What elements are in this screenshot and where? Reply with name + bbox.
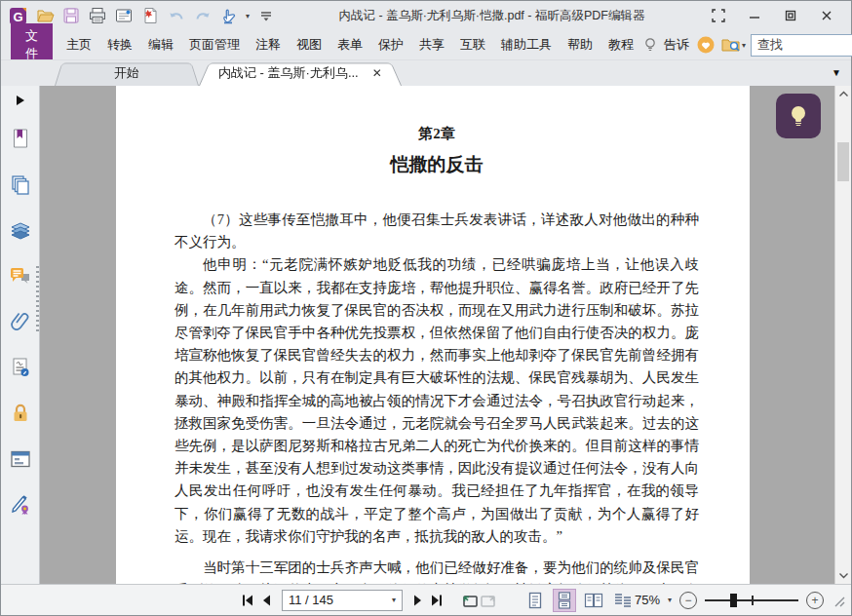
tab-start[interactable]: 开始 bbox=[55, 60, 199, 86]
attachments-panel-icon[interactable] bbox=[9, 310, 32, 333]
save-button[interactable] bbox=[61, 6, 81, 25]
find-search-box[interactable]: 查找 bbox=[751, 34, 852, 57]
menu-convert[interactable]: 转换 bbox=[99, 32, 140, 58]
main-area: 第2章 恺撒的反击 （7）这些事传至恺撒耳中，他便召集士兵发表讲话，详述敌人对他… bbox=[1, 86, 851, 584]
first-page-button[interactable] bbox=[238, 590, 257, 611]
next-page-button[interactable] bbox=[408, 590, 428, 611]
menu-connect[interactable]: 互联 bbox=[452, 32, 493, 58]
digital-signatures-panel-icon[interactable] bbox=[9, 356, 32, 379]
vertical-scrollbar[interactable] bbox=[834, 86, 851, 584]
document-tab-bar: 开始 内战记 - 盖乌斯·尤利乌... ✕ ▼ bbox=[1, 59, 851, 86]
menu-form[interactable]: 表单 bbox=[329, 32, 370, 58]
expand-panel-icon[interactable] bbox=[9, 94, 32, 107]
undo-button[interactable] bbox=[167, 6, 186, 25]
facing-view-button[interactable] bbox=[582, 589, 605, 612]
tab-list-dropdown-icon[interactable]: ▼ bbox=[832, 67, 841, 78]
menu-protect[interactable]: 保护 bbox=[370, 32, 411, 58]
menu-help[interactable]: 帮助 bbox=[560, 32, 600, 58]
zoom-controls: 75% ▾ − + bbox=[635, 592, 851, 609]
foxit-logo-icon: G bbox=[9, 6, 28, 25]
previous-view-button[interactable] bbox=[460, 590, 480, 611]
document-view[interactable]: 第2章 恺撒的反击 （7）这些事传至恺撒耳中，他便召集士兵发表讲话，详述敌人对他… bbox=[40, 86, 834, 584]
scroll-down-icon[interactable] bbox=[835, 568, 851, 584]
quick-access-toolbar: G ▾ bbox=[9, 6, 276, 25]
paragraph-3-text: 当时第十三军团的士兵齐声大喊，他们已经做好准备，要为他们的统帅及保民官受到的不公… bbox=[174, 559, 699, 584]
pdf-page: 第2章 恺撒的反击 （7）这些事传至恺撒耳中，他便召集士兵发表讲话，详述敌人对他… bbox=[116, 86, 750, 584]
continuous-view-button[interactable] bbox=[553, 589, 576, 612]
pages-panel-icon[interactable] bbox=[9, 173, 32, 196]
chapter-number: 第2章 bbox=[174, 125, 699, 143]
tab-document-label: 内战记 - 盖乌斯·尤利乌... bbox=[218, 64, 359, 82]
next-view-button[interactable] bbox=[479, 590, 498, 611]
tab-document[interactable]: 内战记 - 盖乌斯·尤利乌... ✕ bbox=[199, 60, 402, 86]
menu-right-tools: 告诉 ▾ 查找 ▾ ◁ ▷ bbox=[641, 32, 852, 58]
chapter-title: 恺撒的反击 bbox=[174, 152, 699, 177]
zoom-level-caret[interactable]: ▾ bbox=[668, 596, 672, 604]
menu-items: 主页 转换 编辑 页面管理 注释 视图 表单 保护 共享 互联 辅助工具 帮助 … bbox=[58, 32, 641, 58]
tell-me-button[interactable]: 告诉 bbox=[664, 32, 691, 58]
assistant-bulb-button[interactable] bbox=[776, 94, 821, 138]
lightbulb-icon bbox=[786, 102, 811, 130]
window-controls bbox=[708, 6, 843, 25]
app-window: G ▾ bbox=[0, 0, 852, 616]
close-button[interactable] bbox=[816, 6, 837, 25]
menu-share[interactable]: 共享 bbox=[411, 32, 452, 58]
security-panel-icon[interactable] bbox=[9, 402, 32, 425]
menu-accessibility[interactable]: 辅助工具 bbox=[493, 32, 560, 58]
menu-page-organize[interactable]: 页面管理 bbox=[181, 32, 248, 58]
new-document-button[interactable] bbox=[140, 6, 160, 25]
search-folder-icon[interactable]: ▾ bbox=[720, 35, 746, 55]
zoom-slider-tick bbox=[752, 596, 754, 605]
paragraph-3: 当时第十三军团的士兵齐声大喊，他们已经做好准备，要为他们的统帅及保民官受到的不公… bbox=[174, 557, 699, 584]
sign-panel-icon[interactable] bbox=[9, 493, 32, 517]
scrollbar-thumb[interactable] bbox=[837, 142, 849, 181]
single-page-view-button[interactable] bbox=[523, 589, 547, 612]
svg-text:G: G bbox=[13, 10, 22, 24]
zoom-slider[interactable] bbox=[705, 593, 798, 608]
hand-tool-button[interactable] bbox=[219, 6, 239, 25]
tab-close-icon[interactable]: ✕ bbox=[372, 67, 382, 79]
layers-panel-icon[interactable] bbox=[9, 218, 32, 242]
page-number-input[interactable]: 11 / 145 ▾ bbox=[282, 590, 403, 611]
window-title: 内战记 - 盖乌斯·尤利乌斯·恺撒.pdf - 福昕高级PDF编辑器 bbox=[276, 8, 708, 24]
zoom-in-button[interactable]: + bbox=[806, 592, 824, 609]
paragraph-2: 他申明：“元老院满怀嫉妒地贬低我的功绩，已经哄骗庞培上当，让他误入歧途。然而，一… bbox=[174, 253, 699, 548]
donate-heart-icon[interactable] bbox=[696, 35, 716, 55]
zoom-slider-thumb[interactable] bbox=[730, 594, 737, 607]
print-button[interactable] bbox=[88, 6, 107, 25]
last-page-button[interactable] bbox=[427, 590, 446, 611]
navigation-panel-bar bbox=[1, 86, 40, 584]
bookmarks-panel-icon[interactable] bbox=[9, 127, 32, 150]
redo-button[interactable] bbox=[193, 6, 213, 25]
menu-view[interactable]: 视图 bbox=[289, 32, 329, 58]
menu-edit[interactable]: 编辑 bbox=[140, 32, 181, 58]
hand-tool-dropdown-caret[interactable]: ▾ bbox=[246, 12, 250, 20]
scroll-up-icon[interactable] bbox=[835, 86, 851, 101]
form-fields-panel-icon[interactable] bbox=[9, 447, 32, 471]
minimize-button[interactable] bbox=[744, 6, 765, 25]
search-folder-caret[interactable]: ▾ bbox=[742, 41, 746, 50]
zoom-out-button[interactable]: − bbox=[679, 592, 697, 609]
previous-page-button[interactable] bbox=[257, 590, 277, 611]
restore-button[interactable] bbox=[780, 6, 801, 25]
email-button[interactable] bbox=[114, 6, 134, 25]
menu-comment[interactable]: 注释 bbox=[248, 32, 289, 58]
menu-tutorial[interactable]: 教程 bbox=[600, 32, 641, 58]
tell-me-bulb-icon bbox=[641, 35, 659, 55]
tab-start-label: 开始 bbox=[114, 64, 139, 82]
page-view-modes bbox=[523, 589, 635, 612]
zoom-level-value[interactable]: 75% bbox=[635, 593, 660, 607]
page-number-caret[interactable]: ▾ bbox=[392, 596, 396, 604]
arrange-windows-button[interactable] bbox=[708, 6, 729, 25]
resize-grip-icon[interactable] bbox=[832, 594, 845, 607]
find-placeholder: 查找 bbox=[757, 36, 852, 54]
paragraph-1: （7）这些事传至恺撒耳中，他便召集士兵发表讲话，详述敌人对他做出的种种不义行为。 bbox=[174, 209, 699, 253]
menu-home[interactable]: 主页 bbox=[58, 32, 99, 58]
continuous-facing-view-button[interactable] bbox=[611, 589, 635, 612]
panel-splitter-handle[interactable] bbox=[36, 266, 39, 334]
status-bar: 11 / 145 ▾ bbox=[1, 584, 851, 615]
customize-toolbar-button[interactable] bbox=[256, 6, 276, 25]
comments-panel-icon[interactable] bbox=[9, 264, 32, 288]
page-number-value: 11 / 145 bbox=[289, 593, 392, 607]
open-file-button[interactable] bbox=[35, 6, 55, 25]
